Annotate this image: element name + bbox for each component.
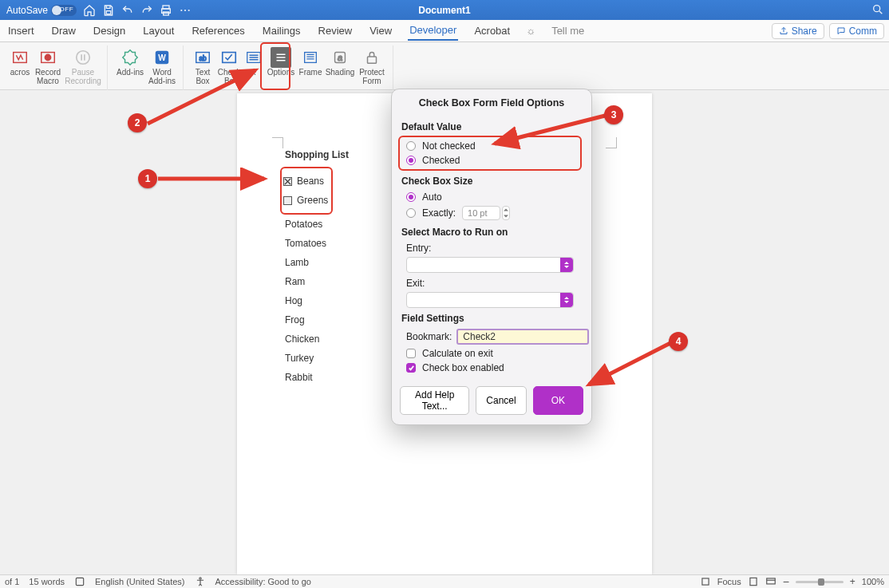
checkbox-enabled-checkbox[interactable]: Check box enabled <box>401 361 582 375</box>
macro-heading: Select Macro to Run on <box>401 227 582 238</box>
tellme-icon[interactable]: ☼ <box>526 25 535 37</box>
tab-developer[interactable]: Developer <box>408 21 458 41</box>
more-icon[interactable] <box>179 4 192 17</box>
radio-checked[interactable]: Checked <box>401 153 579 168</box>
cancel-button[interactable]: Cancel <box>476 386 526 415</box>
zoom-out[interactable]: − <box>783 575 789 588</box>
callout-badge-3: 3 <box>604 105 623 124</box>
record-macro-button[interactable]: Record Macro <box>32 45 64 85</box>
chevron-updown-icon <box>560 258 573 272</box>
autosave-switch[interactable]: OFF <box>51 5 77 16</box>
radio-auto[interactable]: Auto <box>401 190 582 204</box>
check-box-button[interactable]: Check Bo <box>215 45 243 85</box>
callout-badge-4: 4 <box>669 332 688 351</box>
status-page[interactable]: of 1 <box>5 577 19 586</box>
view-print-icon[interactable] <box>748 576 759 587</box>
focus-icon[interactable] <box>700 576 711 587</box>
tab-review[interactable]: Review <box>317 22 354 40</box>
field-settings-heading: Field Settings <box>401 313 582 324</box>
checkbox-label: Check box enabled <box>422 362 504 373</box>
list-item-label: Hog <box>285 295 302 306</box>
exit-macro-select[interactable] <box>406 292 574 308</box>
tab-design[interactable]: Design <box>92 22 127 40</box>
dialog-title: Check Box Form Field Options <box>392 89 591 113</box>
zoom-in[interactable]: + <box>850 576 855 587</box>
radio-not-checked[interactable]: Not checked <box>401 139 579 153</box>
comments-button[interactable]: Comm <box>829 23 884 39</box>
radio-label: Checked <box>422 155 460 166</box>
accessibility-icon[interactable] <box>195 576 206 587</box>
svg-point-4 <box>180 9 182 10</box>
entry-macro-select[interactable] <box>406 257 574 273</box>
tab-insert[interactable]: Insert <box>6 22 36 40</box>
view-web-icon[interactable] <box>765 576 776 587</box>
radio-exactly[interactable]: Exactly: <box>401 204 582 222</box>
status-accessibility[interactable]: Accessibility: Good to go <box>215 577 311 586</box>
svg-point-6 <box>188 9 190 10</box>
radio-icon <box>406 141 416 151</box>
tab-view[interactable]: View <box>368 22 393 40</box>
zoom-level[interactable]: 100% <box>862 577 884 586</box>
radio-icon <box>406 208 416 218</box>
print-icon[interactable] <box>160 4 172 17</box>
radio-label: Exactly: <box>422 207 456 219</box>
macros-button[interactable]: acros <box>8 45 32 77</box>
spellcheck-icon[interactable] <box>74 576 85 587</box>
tab-draw[interactable]: Draw <box>50 22 77 40</box>
zoom-slider[interactable] <box>796 581 844 583</box>
undo-icon[interactable] <box>121 4 134 17</box>
tab-layout[interactable]: Layout <box>141 22 176 40</box>
autosave-label: AutoSave <box>6 5 48 16</box>
list-item-label: Chicken <box>285 333 319 345</box>
add-help-text-button[interactable]: Add Help Text... <box>400 386 469 415</box>
save-icon[interactable] <box>102 4 115 17</box>
svg-rect-30 <box>766 578 775 584</box>
calc-on-exit-checkbox[interactable]: Calculate on exit <box>401 346 582 361</box>
size-stepper[interactable] <box>502 206 510 220</box>
share-button[interactable]: Share <box>772 23 824 39</box>
checkbox-field-unchecked[interactable] <box>283 196 292 205</box>
tab-acrobat[interactable]: Acrobat <box>472 22 512 40</box>
bookmark-input[interactable] <box>456 329 589 345</box>
svg-rect-28 <box>702 578 709 585</box>
document-title: Document1 <box>418 5 470 16</box>
ok-button[interactable]: OK <box>533 386 583 415</box>
entry-macro-label: Entry: <box>401 241 582 255</box>
text-box-button[interactable]: ab Text Box <box>190 45 215 85</box>
tab-mailings[interactable]: Mailings <box>261 22 302 40</box>
tab-references[interactable]: References <box>190 22 246 40</box>
home-icon[interactable] <box>83 4 96 17</box>
status-bar: of 1 15 words English (United States) Ac… <box>0 574 889 588</box>
options-icon <box>271 47 291 68</box>
status-focus[interactable]: Focus <box>717 577 741 586</box>
status-words[interactable]: 15 words <box>29 577 65 586</box>
checkbox-field-checked[interactable] <box>283 177 292 186</box>
list-item-label: Frog <box>285 314 305 326</box>
redo-icon[interactable] <box>140 4 153 17</box>
list-item[interactable]: Greens <box>283 191 328 210</box>
list-item-label: Potatoes <box>285 219 322 230</box>
shading-button[interactable]: a Shading <box>324 45 356 77</box>
ribbon: acros Record Macro Pause Recording Add-i… <box>0 42 889 90</box>
protect-form-button[interactable]: Protect Form <box>356 45 388 85</box>
search-icon[interactable] <box>871 3 884 16</box>
list-item[interactable]: Beans <box>283 172 328 191</box>
radio-label: Auto <box>422 191 442 203</box>
svg-text:a: a <box>338 53 342 62</box>
options-button[interactable]: Options <box>265 45 297 77</box>
svg-point-5 <box>184 9 186 10</box>
list-item-label: Lamb <box>285 257 309 268</box>
size-input[interactable] <box>462 206 500 220</box>
bookmark-label: Bookmark: <box>406 331 452 342</box>
autosave-toggle[interactable]: AutoSave OFF <box>6 5 77 16</box>
combo-box-button[interactable]: x <box>243 45 265 77</box>
default-value-heading: Default Value <box>401 121 582 132</box>
pause-icon <box>73 47 93 68</box>
svg-rect-21 <box>368 57 377 63</box>
status-language[interactable]: English (United States) <box>95 577 185 586</box>
addins-button[interactable]: Add-ins <box>114 45 146 77</box>
frame-button[interactable]: Frame <box>297 45 324 77</box>
tellme[interactable]: Tell me <box>550 22 586 40</box>
word-addins-button[interactable]: W Word Add-ins <box>146 45 178 85</box>
list-item-label: Ram <box>285 276 305 287</box>
